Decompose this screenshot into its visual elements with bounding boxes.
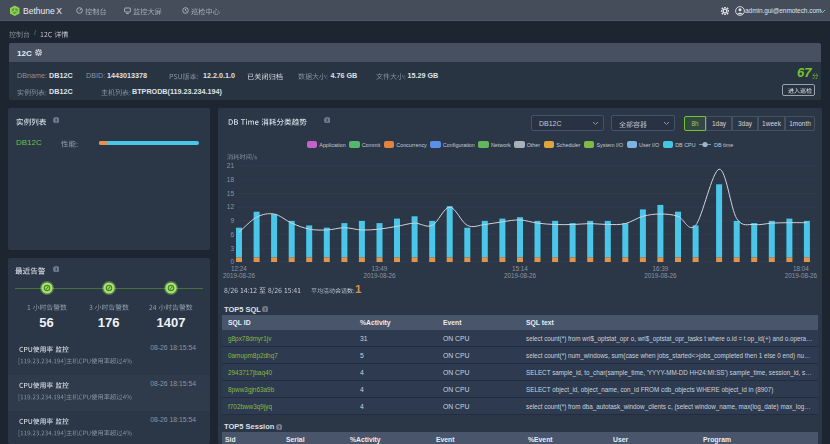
svg-text:2019-08-26: 2019-08-26: [785, 272, 818, 279]
svg-text:15: 15: [227, 190, 235, 197]
svg-text:18: 18: [227, 176, 235, 183]
svg-text:2019-08-26: 2019-08-26: [644, 272, 677, 279]
svg-text:15:14: 15:14: [512, 265, 528, 272]
svg-text:18:04: 18:04: [793, 265, 809, 272]
svg-text:9: 9: [230, 217, 234, 224]
svg-text:12: 12: [227, 203, 235, 210]
svg-text:21: 21: [227, 162, 235, 169]
svg-text:2019-08-26: 2019-08-26: [223, 272, 256, 279]
svg-text:6: 6: [230, 231, 234, 238]
svg-text:16:39: 16:39: [653, 265, 669, 272]
svg-text:13:49: 13:49: [372, 265, 388, 272]
svg-text:12:24: 12:24: [231, 265, 247, 272]
svg-text:2019-08-26: 2019-08-26: [363, 272, 396, 279]
svg-text:3: 3: [230, 245, 234, 252]
svg-text:2019-08-26: 2019-08-26: [504, 272, 537, 279]
